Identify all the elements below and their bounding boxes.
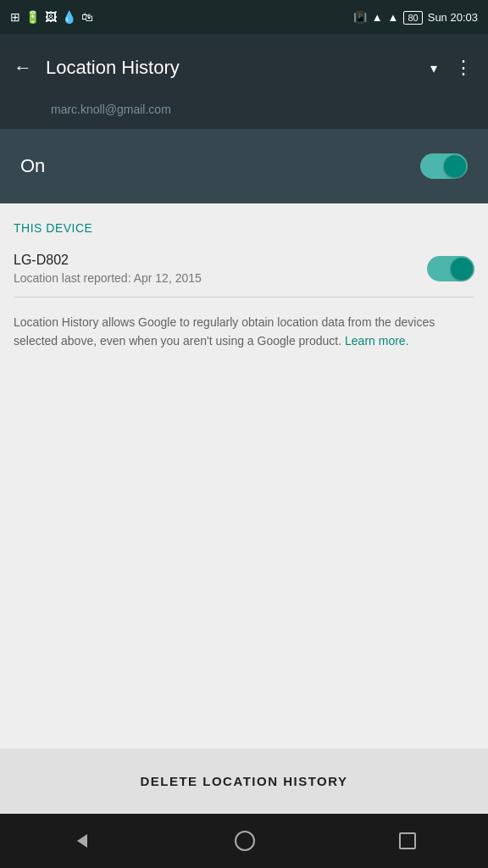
main-toggle-switch[interactable] — [420, 153, 468, 179]
device-last-report: Location last reported: Apr 12, 2015 — [14, 271, 427, 285]
this-device-section-header: This device — [0, 203, 488, 244]
more-options-button[interactable]: ⋮ — [454, 57, 474, 79]
status-bar: ⊞ 🔋 🖼 💧 🛍 📳 ▲ ▲ 80 Sun 20:03 — [0, 0, 488, 34]
device-name: LG-D802 — [14, 253, 427, 268]
image-icon: 🖼 — [45, 10, 57, 24]
back-button[interactable]: ← — [14, 57, 32, 79]
toolbar-title: Location History — [46, 57, 430, 79]
device-row: LG-D802 Location last reported: Apr 12, … — [0, 244, 488, 297]
toolbar: ← Location History ▾ ⋮ — [0, 34, 488, 102]
delete-button-container: DELETE LOCATION HISTORY — [0, 748, 488, 814]
this-device-label: This device — [14, 221, 92, 235]
learn-more-link[interactable]: Learn more. — [345, 334, 408, 348]
status-bar-right: 📳 ▲ ▲ 80 Sun 20:03 — [353, 11, 478, 24]
account-email: marc.knoll@gmail.com — [51, 103, 171, 116]
grid-icon: ⊞ — [10, 10, 20, 24]
account-row: marc.knoll@gmail.com — [0, 102, 488, 129]
vibrate-icon: 📳 — [353, 11, 367, 24]
nav-home-button[interactable] — [226, 822, 263, 860]
nav-recents-button[interactable] — [391, 824, 424, 858]
status-bar-icons: ⊞ 🔋 🖼 💧 🛍 — [10, 10, 93, 24]
delete-location-history-button[interactable]: DELETE LOCATION HISTORY — [14, 760, 474, 802]
nav-back-button[interactable] — [64, 823, 99, 859]
nav-bar — [0, 814, 488, 868]
drop-icon: 💧 — [62, 10, 76, 24]
signal-icon: ▲ — [388, 11, 399, 24]
back-nav-icon — [72, 832, 91, 850]
wifi-icon: ▲ — [372, 11, 383, 24]
dropdown-button[interactable]: ▾ — [430, 60, 437, 76]
battery-icon: 🔋 — [25, 10, 40, 24]
svg-marker-0 — [77, 834, 87, 848]
device-toggle-switch[interactable] — [427, 256, 474, 281]
battery-percent: 80 — [403, 11, 422, 24]
info-text-block: Location History allows Google to regula… — [0, 298, 488, 366]
time-display: Sun 20:03 — [428, 11, 478, 24]
content-area: This device LG-D802 Location last report… — [0, 203, 488, 814]
toggle-label: On — [20, 155, 420, 177]
home-circle-icon — [235, 831, 255, 851]
recents-square-icon — [399, 832, 416, 849]
bag-icon: 🛍 — [81, 10, 93, 24]
spacer — [0, 366, 488, 748]
device-info: LG-D802 Location last reported: Apr 12, … — [14, 253, 427, 285]
main-toggle-row: On — [0, 129, 488, 203]
